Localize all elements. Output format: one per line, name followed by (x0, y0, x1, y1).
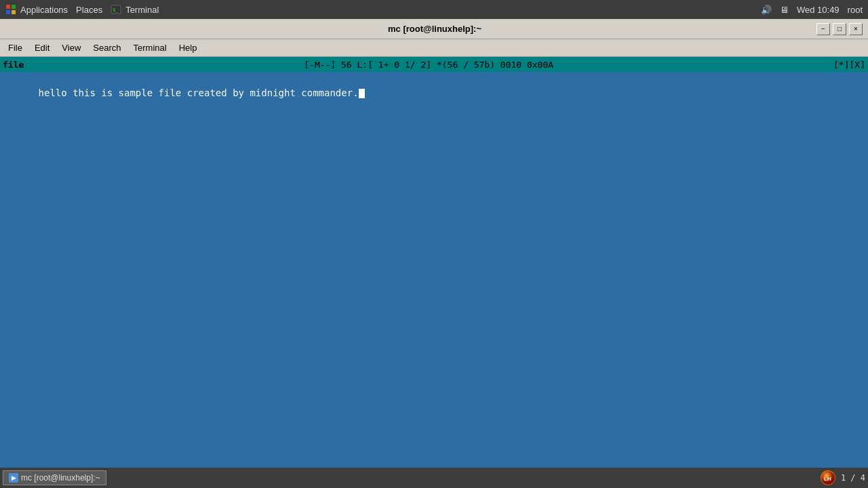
editor-flags: [*][X] (833, 60, 865, 70)
taskbar-right: LH 1 / 4 (821, 470, 865, 485)
taskbar-terminal-item[interactable]: ▶ mc [root@linuxhelp]:~ (3, 470, 106, 485)
terminal-menu[interactable]: $_ Terminal (111, 4, 159, 15)
user-label: root (848, 5, 863, 15)
taskbar-item-label: mc [root@linuxhelp]:~ (21, 473, 100, 483)
places-menu[interactable]: Places (76, 5, 102, 15)
window-controls: − □ × (816, 23, 863, 35)
menu-file[interactable]: File (3, 41, 28, 54)
editor-filename: file (3, 60, 24, 70)
system-bar: Applications Places $_ Terminal 🔊 🖥 Wed … (0, 0, 868, 19)
svg-rect-2 (6, 10, 10, 14)
system-bar-left: Applications Places $_ Terminal (5, 4, 159, 15)
menu-edit[interactable]: Edit (29, 41, 55, 54)
taskbar-terminal-icon: ▶ (9, 473, 18, 483)
system-bar-right: 🔊 🖥 Wed 10:49 root (761, 5, 863, 15)
menu-view[interactable]: View (56, 41, 86, 54)
svg-text:LH: LH (824, 476, 831, 482)
svg-rect-3 (12, 10, 16, 14)
menu-bar: File Edit View Search Terminal Help (0, 39, 868, 57)
datetime: Wed 10:49 (797, 5, 840, 15)
speaker-icon: 🔊 (761, 5, 772, 15)
linuxhelp-logo: LH (821, 470, 835, 485)
svg-rect-1 (12, 5, 16, 9)
editor-status-info: [-M--] 56 L:[ 1+ 0 1/ 2] *(56 / 57b) 001… (304, 60, 553, 70)
editor-status-bar: file [-M--] 56 L:[ 1+ 0 1/ 2] *(56 / 57b… (0, 57, 868, 72)
editor-area[interactable]: hello this is sample file created by mid… (0, 72, 868, 470)
menu-search[interactable]: Search (87, 41, 126, 54)
terminal-window: mc [root@linuxhelp]:~ − □ × File Edit Vi… (0, 19, 868, 488)
title-bar: mc [root@linuxhelp]:~ − □ × (0, 19, 868, 39)
close-button[interactable]: × (849, 23, 863, 35)
taskbar: ▶ mc [root@linuxhelp]:~ LH 1 / 4 (0, 468, 868, 488)
menu-help[interactable]: Help (174, 41, 203, 54)
text-cursor (359, 89, 365, 98)
svg-text:$_: $_ (113, 7, 119, 13)
editor-content: hello this is sample file created by mid… (4, 75, 864, 111)
window-title: mc [root@linuxhelp]:~ (53, 24, 816, 34)
applications-menu[interactable]: Applications (5, 4, 68, 15)
minimize-button[interactable]: − (816, 23, 830, 35)
display-icon: 🖥 (780, 5, 789, 15)
svg-rect-0 (6, 5, 10, 9)
menu-terminal[interactable]: Terminal (128, 41, 172, 54)
maximize-button[interactable]: □ (833, 23, 846, 35)
page-counter: 1 / 4 (841, 473, 865, 483)
